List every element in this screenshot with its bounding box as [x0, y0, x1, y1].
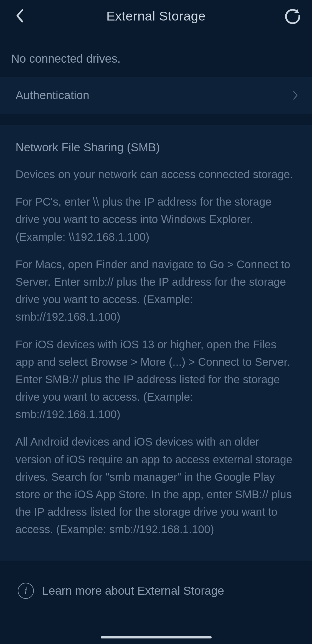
smb-info-section: Network File Sharing (SMB) Devices on yo… — [0, 125, 312, 561]
learn-more-link[interactable]: i Learn more about External Storage — [0, 561, 312, 610]
refresh-button[interactable] — [284, 7, 301, 24]
authentication-menu-item[interactable]: Authentication — [0, 77, 312, 114]
header: External Storage — [0, 0, 312, 33]
smb-desc: Devices on your network can access conne… — [16, 166, 296, 183]
refresh-icon — [285, 8, 301, 24]
smb-android-instructions: All Android devices and iOS devices with… — [16, 433, 296, 538]
smb-pc-instructions: For PC's, enter \\ plus the IP address f… — [16, 193, 296, 246]
smb-section-title: Network File Sharing (SMB) — [16, 141, 296, 154]
connected-drives-status: No connected drives. — [0, 33, 312, 77]
learn-more-label: Learn more about External Storage — [42, 584, 224, 597]
authentication-label: Authentication — [16, 89, 89, 102]
page-title: External Storage — [106, 8, 206, 24]
back-button[interactable] — [11, 7, 28, 24]
smb-mac-instructions: For Macs, open Finder and navigate to Go… — [16, 256, 296, 326]
info-icon: i — [18, 583, 34, 599]
chevron-right-icon — [292, 90, 299, 101]
chevron-left-icon — [14, 9, 24, 23]
no-drives-text: No connected drives. — [11, 52, 301, 65]
section-gap — [0, 114, 312, 125]
smb-ios-instructions: For iOS devices with iOS 13 or higher, o… — [16, 336, 296, 423]
home-indicator[interactable] — [101, 636, 212, 638]
